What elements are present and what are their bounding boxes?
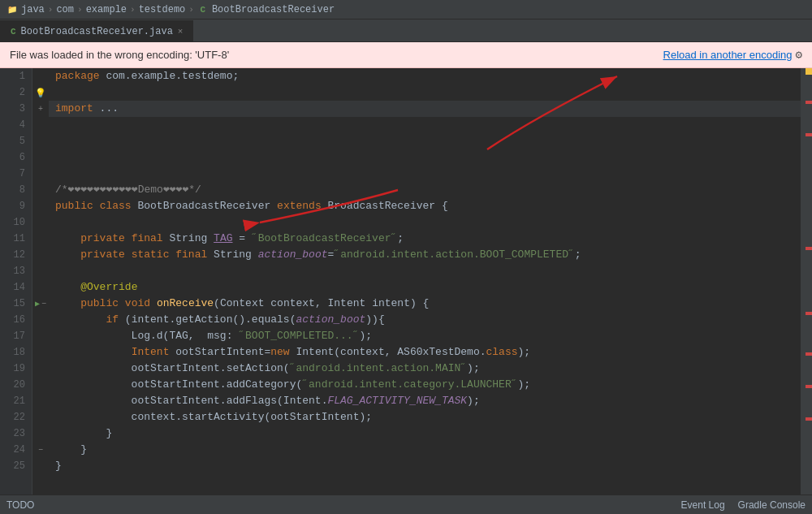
code-line-9: public class BootBroadcastReceiver exten… [49, 198, 801, 214]
scroll-marker-red-3 [806, 247, 812, 250]
right-scrollbar[interactable] [801, 68, 812, 495]
status-bar: TODO Event Log Gradle Console [0, 495, 812, 514]
gutter-14 [32, 279, 49, 296]
breadcrumb-example[interactable]: example [86, 4, 127, 15]
gear-icon[interactable]: ⚙ [796, 48, 802, 62]
run-icon[interactable]: ▶ [35, 299, 40, 309]
line-num-16: 16 [6, 312, 25, 328]
scroll-marker-red-1 [806, 101, 812, 104]
bulb-icon: 💡 [35, 88, 46, 98]
code-line-11: private final String TAG = ˝BootBroadcas… [49, 231, 801, 247]
gutter-7 [32, 166, 49, 182]
tab-bar: C BootBroadcastReceiver.java × [0, 19, 812, 42]
code-line-23: } [49, 425, 801, 442]
scroll-marker-red-6 [806, 385, 812, 388]
code-line-10 [49, 214, 801, 231]
gutter-1 [32, 68, 49, 84]
tab-close-button[interactable]: × [178, 27, 184, 37]
breadcrumb-sep-2: › [77, 5, 83, 15]
gutter-bulb: 💡 [32, 84, 49, 101]
gutter-21 [32, 393, 49, 409]
line-num-23: 23 [6, 425, 25, 442]
line-num-4: 4 [6, 117, 25, 133]
line-num-10: 10 [6, 214, 25, 231]
gutter-11 [32, 231, 49, 247]
breadcrumb-java[interactable]: java [21, 4, 45, 15]
code-line-5 [49, 133, 801, 149]
code-line-25: } [49, 458, 801, 474]
code-line-13 [49, 263, 801, 279]
breadcrumb-com[interactable]: com [56, 4, 74, 15]
code-line-3: import ... [49, 101, 801, 117]
editor-container: 1 2 3 4 5 6 7 8 9 10 11 12 13 14 15 16 1… [0, 68, 812, 495]
gutter-23 [32, 425, 49, 442]
class-icon: C [197, 4, 209, 15]
fold-icon-24[interactable]: − [38, 446, 43, 455]
gutter-15: ▶ − [32, 296, 49, 312]
reload-link[interactable]: Reload in another encoding [663, 49, 793, 61]
line-num-1: 1 [6, 68, 25, 84]
gutter-22 [32, 409, 49, 425]
gutter-24[interactable]: − [32, 442, 49, 458]
gutter-18 [32, 344, 49, 361]
scroll-marker-red-4 [806, 312, 812, 315]
gutter-12 [32, 247, 49, 263]
tab-filename: BootBroadcastReceiver.java [21, 26, 173, 37]
file-tab[interactable]: C BootBroadcastReceiver.java × [0, 20, 193, 41]
breadcrumb-bar: 📁 java › com › example › testdemo › C Bo… [0, 0, 812, 19]
code-line-6 [49, 149, 801, 166]
gutter-6 [32, 149, 49, 166]
code-line-20: ootStartIntent.addCategory(˝android.inte… [49, 377, 801, 393]
breadcrumb-sep-4: › [188, 5, 194, 15]
gutter-25 [32, 458, 49, 474]
gutter-4 [32, 117, 49, 133]
code-line-19: ootStartIntent.setAction(˝android.intent… [49, 361, 801, 377]
line-num-21: 21 [6, 393, 25, 409]
gutter-5 [32, 133, 49, 149]
line-num-14: 14 [6, 279, 25, 296]
breadcrumb-testdemo[interactable]: testdemo [139, 4, 186, 15]
line-num-3: 3 [6, 101, 25, 117]
line-num-7: 7 [6, 166, 25, 182]
line-num-20: 20 [6, 377, 25, 393]
line-num-12: 12 [6, 247, 25, 263]
fold-icon-3[interactable]: + [38, 105, 43, 114]
scroll-marker-red-2 [806, 133, 812, 136]
gutter-fold-3[interactable]: + [32, 101, 49, 117]
breadcrumb-class[interactable]: BootBroadcastReceiver [212, 4, 335, 15]
scroll-marker-red-7 [806, 417, 812, 421]
tab-class-icon: C [11, 27, 16, 37]
code-line-2 [49, 84, 801, 101]
gutter-16 [32, 312, 49, 328]
code-line-16: if (intent.getAction().equals(action_boo… [49, 312, 801, 328]
code-line-22: context.startActivity(ootStartIntent); [49, 409, 801, 425]
scroll-marker-red-5 [806, 352, 812, 356]
line-numbers: 1 2 3 4 5 6 7 8 9 10 11 12 13 14 15 16 1… [0, 68, 32, 495]
todo-label[interactable]: TODO [6, 499, 34, 511]
code-line-12: private static final String action_boot=… [49, 247, 801, 263]
line-num-18: 18 [6, 344, 25, 361]
line-num-2: 2 [6, 84, 25, 101]
code-editor[interactable]: package com.example.testdemo; import ...… [49, 68, 801, 495]
line-num-17: 17 [6, 328, 25, 344]
gutter-20 [32, 377, 49, 393]
gutter-17 [32, 328, 49, 344]
gradle-console-button[interactable]: Gradle Console [738, 499, 806, 511]
line-num-11: 11 [6, 231, 25, 247]
code-line-15: public void onReceive(Context context, I… [49, 296, 801, 312]
gutter: 💡 + ▶ − − [32, 68, 49, 495]
line-num-5: 5 [6, 133, 25, 149]
line-num-19: 19 [6, 361, 25, 377]
line-num-6: 6 [6, 149, 25, 166]
encoding-warning-bar: File was loaded in the wrong encoding: '… [0, 42, 812, 68]
line-num-13: 13 [6, 263, 25, 279]
line-num-25: 25 [6, 458, 25, 474]
line-num-9: 9 [6, 198, 25, 214]
breadcrumb-sep-1: › [48, 5, 54, 15]
gutter-8 [32, 182, 49, 198]
fold-icon-15[interactable]: − [41, 300, 46, 309]
line-num-22: 22 [6, 409, 25, 425]
scroll-marker-yellow [806, 68, 812, 75]
event-log-button[interactable]: Event Log [681, 499, 725, 511]
warning-message: File was loaded in the wrong encoding: '… [10, 49, 229, 61]
